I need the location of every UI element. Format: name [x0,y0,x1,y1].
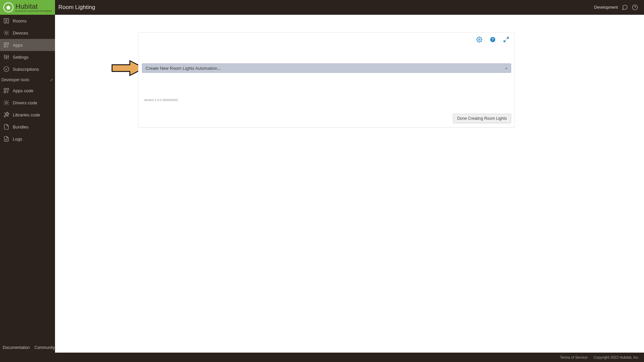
version-text: Version 1.0.0 (9/26/2022) [144,98,515,102]
svg-point-23 [8,56,9,57]
help-circle-icon[interactable]: ? [490,37,496,43]
svg-line-11 [4,35,5,35]
sidebar-item-logs[interactable]: Logs [0,133,55,145]
settings-gear-icon[interactable] [476,37,482,43]
sidebar-item-rooms[interactable]: Rooms [0,15,55,27]
svg-point-4 [5,32,7,34]
apps-code-icon [3,88,9,94]
sidebar-item-apps[interactable]: Apps [0,39,55,51]
help-icon[interactable] [632,4,638,10]
svg-rect-14 [7,43,9,44]
footer-terms[interactable]: Terms of Service [560,355,588,359]
main-content: ? Create New Room Lights Automation... ▸… [55,15,644,353]
svg-line-37 [4,104,5,105]
svg-point-24 [4,67,9,72]
svg-point-21 [6,57,7,58]
svg-rect-25 [4,88,6,90]
logo-name: Hubitat [15,3,52,10]
sidebar-item-apps-code[interactable]: Apps code [0,85,55,97]
sidebar-item-label: Apps [13,43,23,48]
sidebar-item-label: Settings [13,55,29,60]
environment-label: Development [594,5,618,10]
svg-line-10 [8,35,9,35]
rooms-icon [3,18,9,24]
link-documentation[interactable]: Documentation [3,345,30,350]
svg-rect-3 [7,18,9,23]
svg-line-35 [4,101,5,101]
svg-point-19 [4,56,5,57]
svg-rect-27 [4,91,6,93]
sidebar-item-label: Drivers code [13,100,37,105]
logo-icon [3,2,13,12]
settings-icon [3,54,9,60]
sidebar-item-label: Rooms [13,18,26,23]
footer: Terms of Service Copyright 2022 Hubitat,… [0,353,644,362]
sidebar-item-label: Subscriptions [13,67,39,72]
app-card: ? Create New Room Lights Automation... ▸… [138,32,515,127]
svg-line-36 [8,104,9,105]
expand-icon[interactable] [503,37,509,43]
svg-rect-15 [4,46,6,47]
svg-line-9 [4,31,5,32]
dev-tools-label: Developer tools [1,77,29,82]
sidebar-item-drivers-code[interactable]: Drivers code [0,97,55,109]
libraries-code-icon [3,112,9,118]
create-automation-button[interactable]: Create New Room Lights Automation... ▸ [142,63,511,73]
done-button[interactable]: Done Creating Room Lights [453,114,511,123]
svg-line-12 [8,31,9,32]
dev-tools-header[interactable]: Developer tools ⤢ [0,75,55,85]
svg-point-0 [633,5,638,10]
apps-icon [3,42,9,48]
chevron-right-icon: ▸ [506,66,507,70]
svg-rect-13 [4,43,6,44]
svg-point-30 [5,102,7,104]
sidebar-item-label: Libraries code [13,112,40,117]
header: Hubitat ELEVATE YOUR ENVIRONMENT Room Li… [0,0,644,15]
sidebar-item-label: Devices [13,31,28,36]
drivers-code-icon [3,100,9,106]
sidebar-bottom-links: Documentation Community Videos FAQ [0,343,55,353]
svg-text:?: ? [492,38,494,42]
svg-point-43 [479,39,480,41]
sidebar-item-libraries-code[interactable]: Libraries code [0,109,55,121]
create-automation-label: Create New Room Lights Automation... [146,66,221,71]
sidebar-item-subscriptions[interactable]: Subscriptions [0,63,55,75]
svg-line-39 [4,113,8,117]
logo[interactable]: Hubitat ELEVATE YOUR ENVIRONMENT [0,0,55,15]
svg-line-38 [8,101,9,101]
sidebar-item-devices[interactable]: Devices [0,27,55,39]
logo-sub: ELEVATE YOUR ENVIRONMENT [15,10,52,12]
sidebar-item-bundles[interactable]: Bundles [0,121,55,133]
collapse-icon: ⤢ [50,78,53,82]
sidebar-item-label: Apps code [13,88,33,93]
subscriptions-icon [3,66,9,72]
link-community[interactable]: Community [35,345,55,350]
bundles-icon [3,124,9,130]
svg-rect-26 [7,88,9,90]
logs-icon [3,136,9,142]
svg-rect-2 [4,18,6,23]
footer-copyright: Copyright 2022 Hubitat, Inc. [594,355,639,359]
sidebar-item-label: Bundles [13,124,29,130]
devices-icon [3,30,9,36]
sidebar: Rooms Devices Apps Settings [0,15,55,353]
sidebar-item-label: Logs [13,137,22,142]
sidebar-item-settings[interactable]: Settings [0,51,55,63]
chat-icon[interactable] [622,4,628,10]
page-title: Room Lighting [58,4,95,11]
